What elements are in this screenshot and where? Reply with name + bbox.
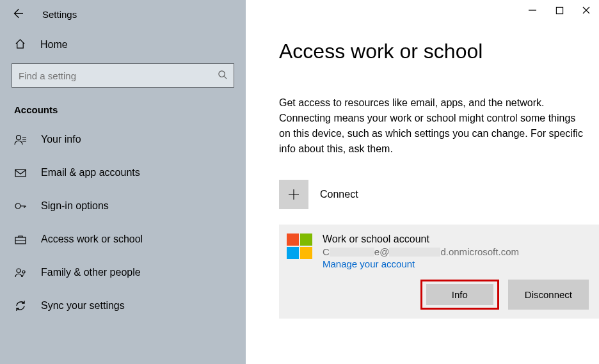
sidebar-item-family[interactable]: Family & other people (0, 256, 246, 289)
close-icon[interactable] (581, 5, 591, 15)
manage-account-link[interactable]: Manage your account (323, 258, 519, 269)
window-controls (527, 5, 591, 15)
back-icon[interactable] (12, 8, 23, 21)
sidebar-item-work-school[interactable]: Access work or school (0, 223, 246, 256)
main-pane: Access work or school Get access to reso… (246, 0, 599, 364)
sidebar-item-label: Email & app accounts (41, 167, 140, 178)
briefcase-icon (14, 233, 27, 246)
account-type: Work or school account (323, 233, 519, 245)
microsoft-logo-icon (287, 233, 312, 259)
people-icon (14, 266, 27, 279)
svg-point-6 (22, 271, 25, 273)
sync-icon (14, 299, 27, 312)
svg-point-0 (219, 71, 225, 77)
key-icon (14, 200, 27, 212)
disconnect-button[interactable]: Disconnect (508, 280, 589, 310)
plus-icon (279, 180, 308, 209)
person-icon (14, 133, 27, 146)
sidebar-nav: Your info Email & app accounts Sign-in o… (0, 123, 246, 322)
window-title: Settings (42, 9, 77, 20)
account-email: Ce@d.onmicrosoft.com (323, 246, 519, 257)
page-title: Access work or school (279, 40, 599, 63)
maximize-icon[interactable] (554, 5, 564, 15)
search-icon (218, 70, 227, 81)
sidebar-item-sync[interactable]: Sync your settings (0, 289, 246, 322)
sidebar-item-label: Sync your settings (41, 300, 125, 312)
account-card[interactable]: Work or school account Ce@d.onmicrosoft.… (279, 225, 599, 319)
sidebar-item-signin[interactable]: Sign-in options (0, 189, 246, 223)
svg-rect-2 (15, 170, 26, 177)
svg-point-3 (15, 203, 20, 209)
info-button-highlight: Info (420, 280, 499, 310)
minimize-icon[interactable] (527, 5, 538, 15)
settings-sidebar: Settings Home Accounts Your info Email &… (0, 0, 246, 364)
mail-icon (14, 166, 27, 179)
nav-home-label: Home (40, 39, 68, 51)
svg-point-1 (17, 136, 21, 140)
sidebar-item-label: Your info (41, 134, 81, 145)
sidebar-category: Accounts (0, 100, 246, 123)
sidebar-item-email[interactable]: Email & app accounts (0, 156, 246, 189)
connect-label: Connect (320, 189, 358, 200)
nav-home[interactable]: Home (0, 28, 246, 63)
search-input[interactable] (19, 70, 218, 81)
sidebar-item-label: Sign-in options (41, 200, 109, 212)
svg-point-5 (17, 269, 20, 273)
sidebar-item-label: Family & other people (41, 267, 141, 278)
sidebar-item-your-info[interactable]: Your info (0, 123, 246, 156)
home-icon (14, 38, 26, 52)
connect-button[interactable]: Connect (279, 180, 599, 209)
info-button[interactable]: Info (426, 284, 493, 305)
search-field[interactable] (12, 63, 234, 88)
page-description: Get access to resources like email, apps… (279, 95, 586, 157)
sidebar-item-label: Access work or school (41, 233, 143, 245)
svg-rect-7 (556, 7, 563, 13)
